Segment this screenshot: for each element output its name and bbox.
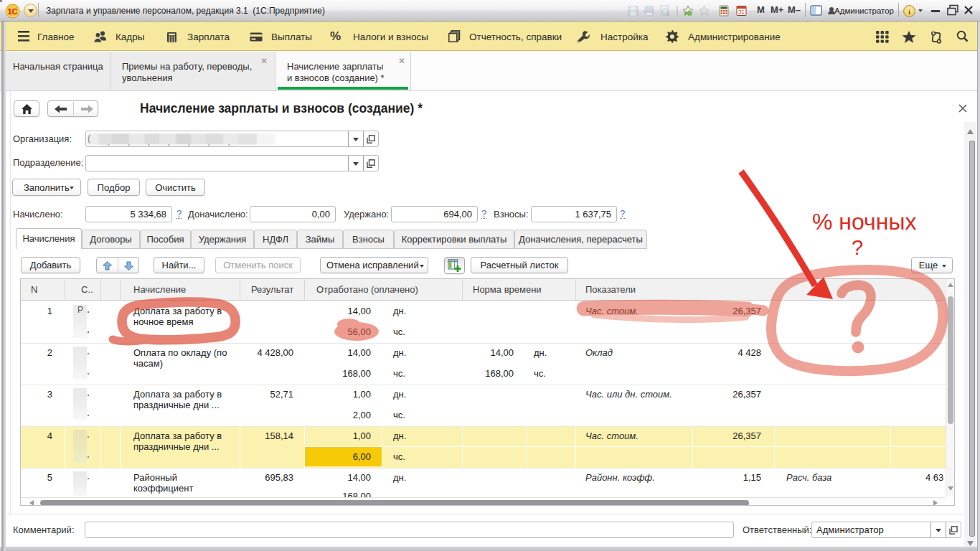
- svg-text:1C: 1C: [7, 7, 17, 16]
- svg-text:31: 31: [738, 9, 744, 15]
